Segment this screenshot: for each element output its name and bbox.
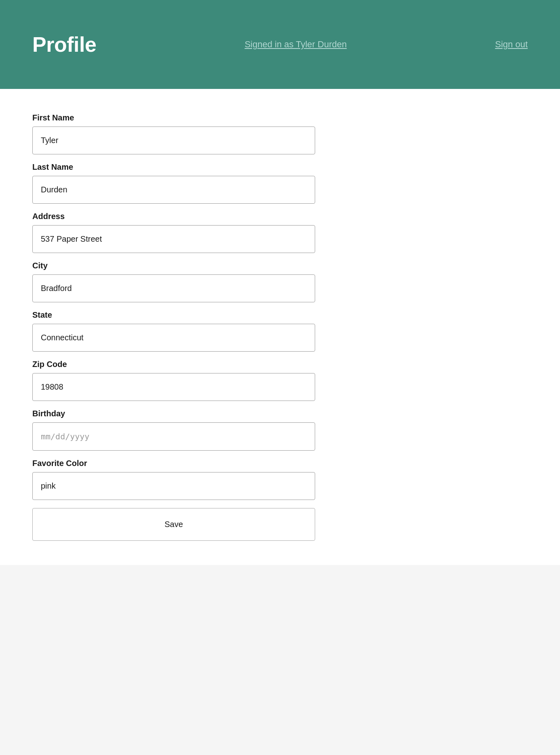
last-name-label: Last Name: [32, 162, 528, 172]
birthday-group: Birthday: [32, 409, 528, 451]
birthday-label: Birthday: [32, 409, 528, 418]
zip-code-label: Zip Code: [32, 360, 528, 369]
city-group: City: [32, 261, 528, 302]
city-input[interactable]: [32, 274, 315, 302]
save-button[interactable]: Save: [32, 508, 315, 541]
state-group: State: [32, 310, 528, 352]
address-input[interactable]: [32, 225, 315, 253]
address-label: Address: [32, 212, 528, 221]
first-name-group: First Name: [32, 113, 528, 154]
signed-in-link[interactable]: Signed in as Tyler Durden: [244, 39, 347, 50]
first-name-input[interactable]: [32, 127, 315, 154]
address-group: Address: [32, 212, 528, 253]
birthday-input[interactable]: [32, 422, 315, 451]
zip-code-group: Zip Code: [32, 360, 528, 401]
profile-form: First Name Last Name Address City State …: [32, 113, 528, 541]
favorite-color-input[interactable]: [32, 472, 315, 500]
state-input[interactable]: [32, 324, 315, 352]
sign-out-link[interactable]: Sign out: [495, 39, 528, 50]
zip-code-input[interactable]: [32, 373, 315, 401]
favorite-color-label: Favorite Color: [32, 459, 528, 468]
first-name-label: First Name: [32, 113, 528, 122]
favorite-color-group: Favorite Color: [32, 459, 528, 500]
state-label: State: [32, 310, 528, 320]
page-title: Profile: [32, 32, 96, 57]
main-content: First Name Last Name Address City State …: [0, 89, 560, 565]
last-name-group: Last Name: [32, 162, 528, 204]
page-header: Profile Signed in as Tyler Durden Sign o…: [0, 0, 560, 89]
last-name-input[interactable]: [32, 176, 315, 204]
city-label: City: [32, 261, 528, 270]
